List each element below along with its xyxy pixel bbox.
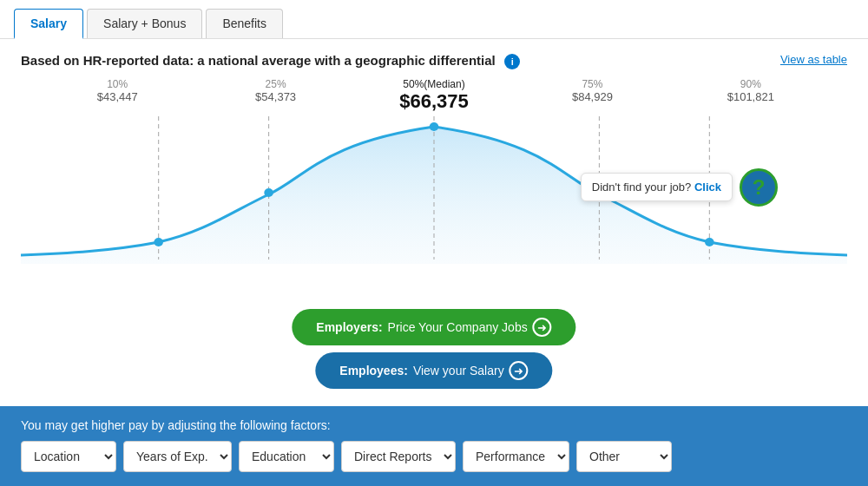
employees-button[interactable]: Employees: View your Salary ➜ [315,352,552,389]
page-container: Salary Salary + Bonus Benefits Based on … [0,0,868,486]
tooltip-text: Didn't find your job? Click [581,173,733,201]
filter-title: You may get higher pay by adjusting the … [21,418,847,432]
question-mark-icon: ? [753,175,766,200]
tabs-bar: Salary Salary + Bonus Benefits [0,0,868,39]
cta-buttons: Employers: Price Your Company Jobs ➜ Emp… [292,309,575,389]
question-circle-button[interactable]: ? [740,168,778,207]
percentile-labels: 10% $43,447 25% $54,373 50%(Median) $66,… [21,78,847,113]
employees-rest-label: View your Salary [413,364,504,378]
tab-salary-bonus[interactable]: Salary + Bonus [87,9,202,38]
performance-dropdown[interactable]: Performance [463,441,569,472]
other-dropdown[interactable]: Other [576,441,672,472]
bell-curve-container: Didn't find your job? Click ? Employers:… [21,116,847,397]
chart-title: Based on HR-reported data: a national av… [21,53,520,69]
tooltip-bubble: Didn't find your job? Click ? [581,168,778,207]
employers-bold-label: Employers: [316,320,382,334]
percentile-25: 25% $54,373 [196,78,354,113]
svg-point-5 [430,122,439,131]
chart-section: Based on HR-reported data: a national av… [0,39,868,406]
chart-header: Based on HR-reported data: a national av… [21,53,847,69]
tooltip-static-text: Didn't find your job? [592,181,692,194]
employees-arrow-icon: ➜ [510,361,529,380]
employers-arrow-icon: ➜ [533,318,552,337]
tab-benefits[interactable]: Benefits [206,9,283,38]
svg-point-9 [705,238,714,246]
percentile-75: 75% $84,929 [513,78,671,113]
svg-point-3 [264,188,273,197]
direct-reports-dropdown[interactable]: Direct Reports [341,441,456,472]
chart-title-text: Based on HR-reported data: a national av… [21,53,496,68]
employers-button[interactable]: Employers: Price Your Company Jobs ➜ [292,309,575,345]
view-as-table-link[interactable]: View as table [780,53,847,66]
svg-point-1 [154,238,163,246]
info-icon[interactable]: i [504,54,520,69]
location-dropdown[interactable]: Location [21,441,116,472]
filter-dropdowns: Location Years of Exp. Education Direct … [21,441,847,472]
percentile-90: 90% $101,821 [672,78,830,113]
percentile-10: 10% $43,447 [38,78,196,113]
employees-bold-label: Employees: [339,364,408,378]
percentile-50: 50%(Median) $66,375 [355,78,513,113]
education-dropdown[interactable]: Education [239,441,334,472]
employers-rest-label: Price Your Company Jobs [388,320,528,334]
years-exp-dropdown[interactable]: Years of Exp. [123,441,232,472]
tooltip-click-link[interactable]: Click [694,181,721,194]
filter-section: You may get higher pay by adjusting the … [0,406,868,486]
tab-salary[interactable]: Salary [14,9,83,39]
